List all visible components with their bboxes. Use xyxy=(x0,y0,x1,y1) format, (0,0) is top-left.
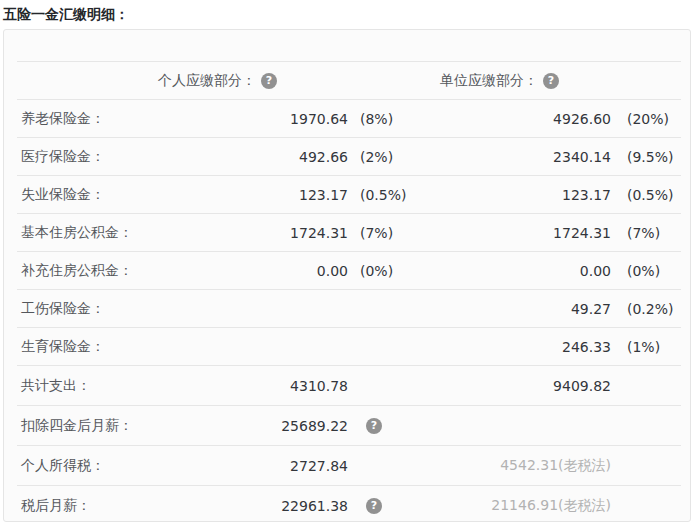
help-icon[interactable]: ? xyxy=(366,418,382,434)
row-label: 基本住房公积金： xyxy=(17,224,171,242)
page-title: 五险一金汇缴明细： xyxy=(0,0,693,23)
employer-column-header: 单位应缴部分： ? xyxy=(440,62,559,99)
personal-percent-text: (2%) xyxy=(360,149,393,165)
employer-percent: (0%) xyxy=(611,263,681,279)
table-row: 失业保险金： 123.17 (0.5%) 123.17 (0.5%) xyxy=(17,175,681,213)
table-row: 补充住房公积金： 0.00 (0%) 0.00 (0%) xyxy=(17,251,681,289)
employer-value: 4542.31(老税法) xyxy=(461,457,611,475)
table-row: 工伤保险金： 49.27 (0.2%) xyxy=(17,289,681,327)
employer-header-label: 单位应缴部分： xyxy=(440,72,538,90)
row-label: 个人所得税： xyxy=(17,457,171,475)
personal-value: 1724.31 xyxy=(171,225,348,241)
personal-percent: ? xyxy=(348,418,461,434)
employer-percent: (7%) xyxy=(611,225,681,241)
help-icon[interactable]: ? xyxy=(261,73,277,89)
employer-percent: (9.5%) xyxy=(611,149,681,165)
table-row: 个人所得税： 2727.84 4542.31(老税法) xyxy=(17,445,681,485)
table-body: 养老保险金： 1970.64 (8%) 4926.60 (20%) 医疗保险金：… xyxy=(17,99,681,525)
insurance-detail-card: 个人应缴部分： ? 单位应缴部分： ? 养老保险金： 1970.64 (8%) … xyxy=(3,29,691,522)
personal-value: 4310.78 xyxy=(171,378,348,394)
personal-value: 22961.38 xyxy=(171,498,348,514)
page: 五险一金汇缴明细： 个人应缴部分： ? 单位应缴部分： ? 养老保险金： 197… xyxy=(0,0,693,530)
personal-percent-text: (7%) xyxy=(360,225,393,241)
row-label: 税后月薪： xyxy=(17,497,171,515)
employer-value: 2340.14 xyxy=(461,149,611,165)
personal-value: 1970.64 xyxy=(171,111,348,127)
row-label: 补充住房公积金： xyxy=(17,262,171,280)
employer-value: 9409.82 xyxy=(461,378,611,394)
employer-percent: (20%) xyxy=(611,111,681,127)
employer-value: 21146.91(老税法) xyxy=(461,497,611,515)
employer-percent: (0.2%) xyxy=(611,301,681,317)
personal-percent: (8%) xyxy=(348,111,461,127)
employer-value: 246.33 xyxy=(461,339,611,355)
table-row: 基本住房公积金： 1724.31 (7%) 1724.31 (7%) xyxy=(17,213,681,251)
personal-percent: (0.5%) xyxy=(348,187,461,203)
employer-percent: (0.5%) xyxy=(611,187,681,203)
personal-percent: ? xyxy=(348,498,461,514)
row-label: 养老保险金： xyxy=(17,110,171,128)
personal-header-label: 个人应缴部分： xyxy=(158,72,256,90)
table-row: 共计支出： 4310.78 9409.82 xyxy=(17,365,681,405)
row-label: 共计支出： xyxy=(17,377,171,395)
help-icon[interactable]: ? xyxy=(366,498,382,514)
table-row: 扣除四金后月薪： 25689.22 ? xyxy=(17,405,681,445)
table-row: 税后月薪： 22961.38 ? 21146.91(老税法) xyxy=(17,485,681,525)
personal-percent: (2%) xyxy=(348,149,461,165)
row-label: 工伤保险金： xyxy=(17,300,171,318)
employer-value: 49.27 xyxy=(461,301,611,317)
personal-value: 123.17 xyxy=(171,187,348,203)
table-row: 医疗保险金： 492.66 (2%) 2340.14 (9.5%) xyxy=(17,137,681,175)
row-label: 生育保险金： xyxy=(17,338,171,356)
personal-value: 0.00 xyxy=(171,263,348,279)
employer-value: 123.17 xyxy=(461,187,611,203)
personal-value: 492.66 xyxy=(171,149,348,165)
personal-percent-text: (0.5%) xyxy=(360,187,407,203)
row-label: 失业保险金： xyxy=(17,186,171,204)
help-icon[interactable]: ? xyxy=(543,73,559,89)
employer-value: 1724.31 xyxy=(461,225,611,241)
personal-percent: (0%) xyxy=(348,263,461,279)
row-label: 医疗保险金： xyxy=(17,148,171,166)
employer-percent: (1%) xyxy=(611,339,681,355)
row-label: 扣除四金后月薪： xyxy=(17,417,171,435)
employer-value: 0.00 xyxy=(461,263,611,279)
employer-value: 4926.60 xyxy=(461,111,611,127)
table-header-row: 个人应缴部分： ? 单位应缴部分： ? xyxy=(17,61,681,99)
personal-percent-text: (8%) xyxy=(360,111,393,127)
table-row: 生育保险金： 246.33 (1%) xyxy=(17,327,681,365)
personal-value: 25689.22 xyxy=(171,418,348,434)
personal-value: 2727.84 xyxy=(171,458,348,474)
table-row: 养老保险金： 1970.64 (8%) 4926.60 (20%) xyxy=(17,99,681,137)
personal-percent: (7%) xyxy=(348,225,461,241)
personal-column-header: 个人应缴部分： ? xyxy=(158,62,277,99)
personal-percent-text: (0%) xyxy=(360,263,393,279)
